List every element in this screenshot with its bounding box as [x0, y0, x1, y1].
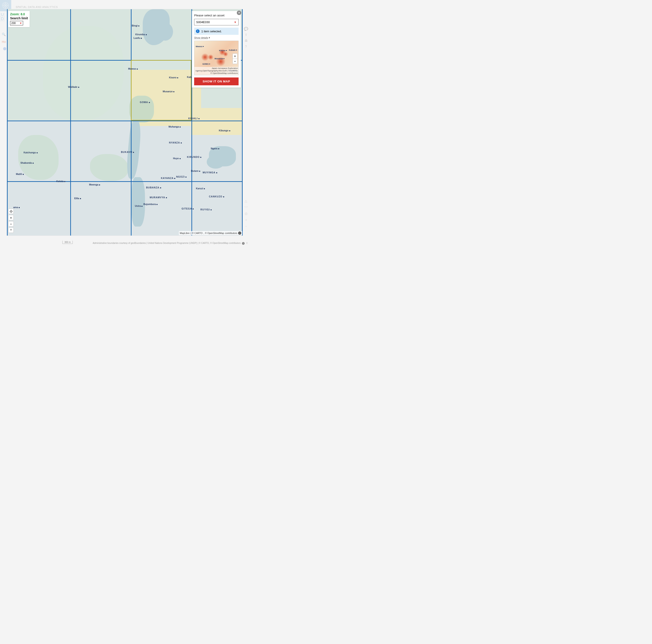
- mini-map-zoom: + −: [233, 53, 238, 64]
- minus-faded-icon: －: [244, 224, 248, 230]
- place-muhanga: Muhanga: [168, 125, 181, 128]
- place-katchungu: Katchungu: [24, 151, 38, 154]
- mini-place-mweso: Mweso: [196, 45, 204, 48]
- mini-map[interactable]: Mweso Kisoro Kabale Musanze GOMA KIGALI …: [194, 41, 239, 75]
- zoom-out-button[interactable]: −: [8, 221, 14, 227]
- info-icon: i: [196, 29, 199, 33]
- place-bubanza: BUBANZA: [146, 186, 161, 189]
- place-goma: GOMA: [140, 101, 150, 104]
- info-icon[interactable]: i: [238, 232, 241, 235]
- place-karuzi: Karuzi: [196, 187, 205, 190]
- place-musanze: Musanze: [163, 90, 174, 93]
- asset-selected-value: S004E030: [196, 21, 210, 24]
- place-kirumba: Kirumba: [135, 33, 147, 36]
- main-map-attribution: MapLibre | © CARTO, © OpenStreetMap cont…: [179, 231, 242, 235]
- place-butare: Butare: [191, 170, 200, 172]
- grid-highlight-cell[interactable]: [131, 60, 191, 121]
- place-ngara: Ngara: [211, 147, 219, 150]
- mini-zoom-in[interactable]: +: [233, 54, 237, 59]
- asset-panel: ✕ Please select an asset S004E030 ▼ i 1 …: [192, 11, 241, 87]
- place-kolula: Kolula: [56, 180, 65, 183]
- place-uvira: Uvira: [135, 205, 142, 207]
- place-muyinga: MUYINGA: [203, 171, 217, 174]
- app-header-faded: SPATIAL DATA AND ANALYTICS: [0, 0, 249, 9]
- place-mweso: Mweso: [128, 67, 138, 70]
- help-icon: ?: [244, 45, 248, 50]
- caret-down-icon: ▾: [209, 36, 210, 39]
- place-shabunda: Shabunda: [21, 161, 34, 164]
- mini-place-kisoro: Kisoro: [219, 49, 227, 52]
- search-limit-label: Search limit: [10, 17, 28, 20]
- selection-info-text: 1 item selected.: [201, 30, 222, 33]
- place-bingi: Bingi: [132, 24, 139, 27]
- info-icon[interactable]: i: [242, 242, 245, 245]
- place-kigali: KIGALI: [188, 117, 199, 120]
- asset-select[interactable]: S004E030 ▼: [194, 19, 239, 25]
- header-title: SPATIAL DATA AND ANALYTICS: [16, 6, 58, 8]
- chevron-down-icon: ▼: [234, 21, 237, 24]
- show-on-map-button[interactable]: SHOW IT ON MAP: [194, 77, 239, 85]
- place-bukavu: BUKAVU: [121, 151, 134, 153]
- mini-map-attribution: Japan Aerospace Exploration Agency,OpenT…: [194, 67, 238, 75]
- place-luofu: Luofu: [134, 36, 142, 39]
- place-mwenga: Mwenga: [89, 183, 100, 186]
- selection-info: i 1 item selected.: [194, 28, 239, 35]
- target-icon: ◎: [244, 211, 248, 218]
- mini-place-kabale: Kabale: [229, 49, 237, 51]
- pyramid-icon: △: [244, 199, 248, 205]
- up-arrow-icon: ↥: [246, 242, 248, 244]
- wave-icon: 〰: [244, 205, 248, 211]
- search-limit-select[interactable]: 200: [10, 21, 23, 25]
- place-matili: Matili: [16, 173, 24, 175]
- page-footer: 300 m Administrative boundaries courtesy…: [0, 239, 249, 246]
- zoom-in-button[interactable]: +: [8, 215, 14, 220]
- main-map-controls: + −: [8, 208, 14, 233]
- place-muramvya: MURAMVYA: [150, 196, 167, 199]
- place-cankuzo: CANKUZO: [209, 195, 224, 198]
- svg-marker-4: [10, 229, 12, 231]
- attr-contrib: contributors: [225, 232, 237, 234]
- zoom-search-panel: Zoom: 8.0 Search limit 200 ▼: [8, 11, 30, 27]
- place-kayanza: KAYANZA: [161, 177, 175, 179]
- place-elila: Elila: [74, 197, 81, 200]
- place-bujumbura: Bujumbura: [143, 203, 158, 205]
- print-icon: 🖶: [244, 38, 248, 45]
- place-kisoro: Kisoro: [169, 76, 178, 79]
- place-ama: ama: [13, 206, 20, 209]
- mini-place-musanze: Musanze: [215, 57, 224, 60]
- place-nyanza: NYANZA: [169, 141, 182, 144]
- share-icon: ⇪: [244, 33, 248, 38]
- place-walikale: Walikale: [68, 85, 79, 88]
- place-huye: Huye: [173, 157, 181, 160]
- locate-button[interactable]: [8, 209, 14, 214]
- right-icon-rail-bottom: △ 〰 ◎ ＋ －: [244, 199, 248, 230]
- attr-osm[interactable]: © OpenStreetMap: [205, 232, 224, 234]
- attr-carto[interactable]: © CARTO: [192, 232, 202, 234]
- search-icon: 🔍: [2, 32, 6, 36]
- plus-faded-icon: ＋: [244, 218, 248, 224]
- place-ruyigi: RUYIGI: [200, 208, 212, 211]
- place-kibungo: Kibungo: [219, 129, 230, 132]
- attr-maplibre[interactable]: MapLibre: [180, 232, 190, 234]
- place-gitega: GITEGA: [182, 207, 194, 210]
- right-icon-rail-top: 💬 ⇪ 🖶 ?: [244, 27, 248, 50]
- footer-attribution: Administrative boundaries courtesy of ge…: [93, 242, 245, 245]
- breadcrumb-home: Ho: [2, 40, 6, 44]
- mini-place-goma: GOMA: [202, 63, 210, 65]
- mini-zoom-out[interactable]: −: [233, 59, 237, 64]
- svg-point-3: [10, 211, 11, 211]
- comment-icon: 💬: [244, 27, 248, 33]
- main-map[interactable]: Bingi Kirumba Luofu Mweso Walikale Kisor…: [7, 9, 243, 236]
- status-dot: [3, 47, 6, 50]
- compass-button[interactable]: [8, 228, 14, 233]
- place-ngozi: NGOZI: [176, 175, 187, 178]
- show-details-toggle[interactable]: Show details ▾: [194, 36, 210, 39]
- asset-panel-title: Please select an asset: [194, 14, 239, 17]
- place-kirundo: KIRUNDO: [187, 156, 201, 158]
- close-icon[interactable]: ✕: [237, 10, 241, 15]
- zoom-label: Zoom: 8.0: [10, 12, 28, 16]
- undp-letters: U D: [0, 12, 4, 21]
- scale-bar: 300 m: [62, 241, 73, 244]
